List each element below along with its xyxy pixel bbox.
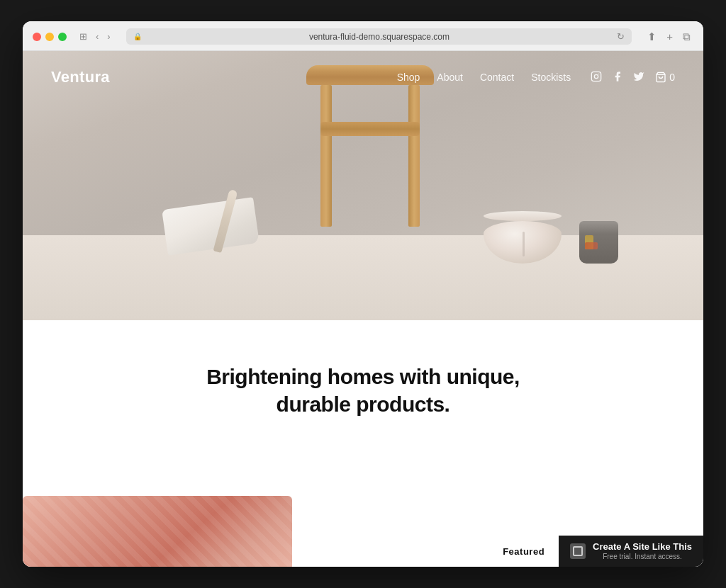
- website-content: Ventura Shop About Contact Stockists: [23, 51, 703, 567]
- product-image-left: [23, 496, 292, 567]
- browser-chrome: ⊞ ‹ › 🔒 ventura-fluid-demo.squarespace.c…: [23, 21, 703, 51]
- nav-social-icons: 0: [591, 71, 675, 84]
- content-section: Brightening homes with unique, durable p…: [23, 320, 703, 567]
- tabs-button[interactable]: ⧉: [680, 29, 693, 45]
- traffic-light-red[interactable]: [33, 33, 41, 41]
- cta-subtitle: Free trial. Instant access.: [593, 553, 692, 561]
- squarespace-cta-button[interactable]: Create A Site Like This Free trial. Inst…: [559, 536, 703, 567]
- instagram-icon[interactable]: [591, 71, 602, 84]
- bowl-decoration: [484, 214, 562, 264]
- url-text: ventura-fluid-demo.squarespace.com: [146, 32, 613, 42]
- textile-fold: [162, 197, 259, 255]
- new-tab-button[interactable]: +: [664, 29, 676, 44]
- back-button[interactable]: ‹: [93, 30, 101, 43]
- share-button[interactable]: ⬆: [644, 29, 659, 45]
- small-cup-decoration: [579, 221, 618, 271]
- hero-section: Ventura Shop About Contact Stockists: [23, 51, 703, 320]
- traffic-lights: [33, 33, 67, 41]
- cart-count: 0: [669, 72, 675, 83]
- chair-rail-mid: [320, 122, 420, 136]
- browser-actions: ⬆ + ⧉: [644, 29, 693, 45]
- product-strip: Featured Create A Site Like This Free tr…: [23, 496, 703, 567]
- cart-icon[interactable]: 0: [654, 72, 675, 83]
- lock-icon: 🔒: [133, 33, 142, 40]
- address-bar[interactable]: 🔒 ventura-fluid-demo.squarespace.com ↻: [126, 28, 632, 45]
- reload-icon: ↻: [617, 31, 625, 42]
- textile-decoration: [164, 203, 264, 260]
- facebook-icon[interactable]: [612, 71, 623, 84]
- tagline: Brightening homes with unique, durable p…: [179, 363, 547, 418]
- svg-point-2: [598, 73, 599, 74]
- nav-link-contact[interactable]: Contact: [480, 72, 514, 83]
- twitter-icon[interactable]: [633, 71, 644, 84]
- bowl-body: [484, 221, 562, 264]
- svg-point-1: [595, 74, 598, 78]
- cup-body: [579, 221, 618, 264]
- nav-link-shop[interactable]: Shop: [397, 72, 420, 83]
- traffic-light-green[interactable]: [58, 33, 67, 41]
- product-texture: [23, 496, 292, 567]
- sidebar-toggle-button[interactable]: ⊞: [77, 30, 90, 43]
- featured-label: Featured: [488, 536, 559, 567]
- browser-window: ⊞ ‹ › 🔒 ventura-fluid-demo.squarespace.c…: [23, 21, 703, 567]
- cta-title: Create A Site Like This: [593, 541, 692, 553]
- nav-link-about[interactable]: About: [437, 72, 463, 83]
- tagline-line2: durable products.: [277, 392, 450, 416]
- bottom-bar: Featured Create A Site Like This Free tr…: [292, 536, 703, 567]
- site-logo[interactable]: Ventura: [51, 68, 110, 86]
- nav-right: Shop About Contact Stockists: [397, 71, 675, 84]
- bowl-drip: [523, 232, 525, 256]
- squarespace-logo-icon: [570, 543, 586, 559]
- bowl-rim: [484, 211, 562, 221]
- site-navigation: Ventura Shop About Contact Stockists: [23, 51, 703, 103]
- squarespace-logo-inner: [573, 546, 583, 556]
- chair-leg-left: [320, 85, 332, 227]
- browser-controls: ⊞ ‹ ›: [77, 30, 113, 43]
- cta-text: Create A Site Like This Free trial. Inst…: [593, 541, 692, 561]
- forward-button[interactable]: ›: [104, 30, 113, 43]
- svg-rect-0: [592, 72, 601, 81]
- tagline-line1: Brightening homes with unique,: [206, 365, 520, 388]
- traffic-light-yellow[interactable]: [45, 33, 54, 41]
- nav-link-stockists[interactable]: Stockists: [531, 72, 571, 83]
- cup-accent2: [585, 242, 598, 249]
- chair-leg-right: [408, 85, 420, 227]
